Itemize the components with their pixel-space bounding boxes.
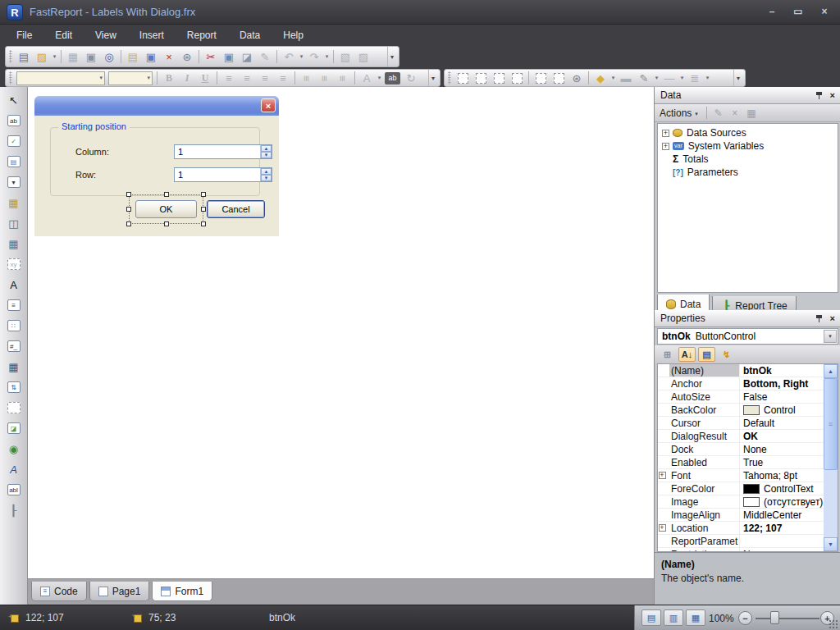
- radiobutton-tool[interactable]: ◉: [5, 442, 23, 455]
- expand-icon[interactable]: +: [659, 472, 666, 479]
- valign-middle-button[interactable]: ≡: [316, 70, 334, 86]
- toolbar-overflow-button[interactable]: ▾: [428, 70, 437, 86]
- fill-color-button[interactable]: ◆: [591, 70, 609, 86]
- property-row[interactable]: DockNone: [658, 443, 838, 456]
- button-tool[interactable]: ab: [5, 114, 23, 127]
- border-none-button[interactable]: [550, 70, 568, 86]
- copy-button[interactable]: ▣: [220, 48, 238, 65]
- numericupdown-tool[interactable]: ⇅: [5, 381, 23, 394]
- valign-top-button[interactable]: ≡: [298, 70, 316, 86]
- richtext-tool[interactable]: A: [5, 463, 23, 476]
- titlebar[interactable]: R FastReport - Labels With Dialog.frx – …: [0, 0, 840, 25]
- spin-up-icon[interactable]: ▲: [261, 168, 272, 175]
- zoom-out-button[interactable]: −: [738, 611, 752, 625]
- toolbar-grip[interactable]: [9, 50, 12, 63]
- rotate-text-button[interactable]: ↻: [402, 70, 420, 86]
- border-bottom-button[interactable]: [472, 70, 490, 86]
- maximize-button[interactable]: ▭: [789, 4, 807, 19]
- menu-help[interactable]: Help: [272, 26, 315, 44]
- tree-item-totals[interactable]: ΣTotals: [658, 153, 838, 166]
- expand-icon[interactable]: +: [662, 143, 669, 150]
- property-row[interactable]: +Location122; 107: [658, 522, 838, 535]
- delete-datasource-button[interactable]: ×: [727, 107, 743, 119]
- property-row[interactable]: Image(отсутствует): [658, 495, 838, 509]
- bold-button[interactable]: B: [160, 70, 178, 86]
- resize-grip[interactable]: [829, 620, 838, 629]
- open-report-button[interactable]: ▨: [33, 48, 51, 65]
- menu-view[interactable]: View: [84, 26, 128, 44]
- format-painter-button[interactable]: ✎: [256, 48, 274, 65]
- monthcalendar-tool[interactable]: ▦: [5, 360, 23, 373]
- textbox-tool[interactable]: abl: [5, 483, 23, 496]
- ok-button[interactable]: OK: [135, 200, 197, 218]
- dialog-close-button[interactable]: ×: [261, 98, 276, 112]
- new-dialog-page-button[interactable]: ▣: [142, 48, 160, 65]
- delete-page-button[interactable]: ×: [160, 48, 178, 65]
- cancel-button[interactable]: Cancel: [207, 200, 265, 218]
- properties-view-button[interactable]: ▤: [698, 347, 715, 362]
- selection-handle[interactable]: [126, 192, 131, 197]
- tab-page1[interactable]: Page1: [89, 582, 150, 601]
- property-row[interactable]: EnabledTrue: [658, 456, 838, 469]
- zoom-slider-thumb[interactable]: [770, 611, 779, 624]
- expand-icon[interactable]: +: [659, 524, 666, 532]
- column-spinner[interactable]: 1 ▲▼: [174, 144, 272, 159]
- spin-down-icon[interactable]: ▼: [261, 152, 272, 158]
- line-color-button-dropdown[interactable]: ▾: [653, 75, 660, 81]
- text-color-button-dropdown[interactable]: ▾: [376, 75, 383, 81]
- menu-edit[interactable]: Edit: [43, 26, 84, 44]
- view-mode-3-button[interactable]: ▦: [686, 609, 705, 626]
- align-left-button[interactable]: ≡: [220, 70, 238, 86]
- checked-listbox-tool[interactable]: ▤: [5, 155, 23, 168]
- categorized-button[interactable]: ⊞: [659, 347, 676, 362]
- group-button[interactable]: ▧: [336, 48, 354, 65]
- expand-icon[interactable]: +: [658, 472, 669, 479]
- splitter-tool[interactable]: ◫: [5, 217, 23, 230]
- selection-handle[interactable]: [126, 207, 131, 212]
- underline-button[interactable]: U: [196, 70, 214, 86]
- font-name-combo[interactable]: ▾: [16, 71, 105, 85]
- column-spin-buttons[interactable]: ▲▼: [260, 145, 272, 158]
- close-panel-icon[interactable]: ×: [830, 313, 835, 323]
- chevron-down-icon[interactable]: ▾: [99, 75, 103, 81]
- save-report-button[interactable]: ▦: [64, 48, 82, 65]
- design-canvas[interactable]: × Starting position Column: 1 ▲▼ Row: 1 …: [28, 87, 654, 578]
- copy-page-button[interactable]: ▣: [82, 48, 100, 65]
- scroll-down-icon[interactable]: ▼: [824, 537, 838, 551]
- line-style-button-dropdown[interactable]: ▾: [678, 75, 686, 81]
- toolbar-grip[interactable]: [9, 71, 12, 84]
- fill-style-button[interactable]: ▬: [617, 70, 635, 86]
- valign-bottom-button[interactable]: ≡: [334, 70, 352, 86]
- redo-button[interactable]: ↷: [305, 48, 323, 65]
- dialog-client-area[interactable]: Starting position Column: 1 ▲▼ Row: 1 ▲▼: [34, 116, 279, 236]
- combobox-tool[interactable]: ▾: [5, 176, 23, 189]
- select-pointer-tool[interactable]: ↖: [5, 94, 23, 107]
- line-width-button[interactable]: ≣: [686, 70, 704, 86]
- menu-data[interactable]: Data: [228, 26, 272, 44]
- line-style-button[interactable]: —: [660, 70, 678, 86]
- tree-item-data-sources[interactable]: +Data Sources: [658, 126, 838, 139]
- ungroup-button[interactable]: ▨: [354, 48, 372, 65]
- menu-insert[interactable]: Insert: [128, 26, 176, 44]
- border-all-button[interactable]: [532, 70, 550, 86]
- scrollbar-thumb[interactable]: ≡: [824, 378, 838, 470]
- spin-up-icon[interactable]: ▲: [261, 145, 272, 152]
- property-row[interactable]: +FontTahoma; 8pt: [658, 469, 838, 482]
- scrollbar[interactable]: ▲ ≡ ▼: [824, 364, 838, 551]
- tab-code[interactable]: ≡Code: [31, 582, 87, 601]
- object-selector-combo[interactable]: btnOk ButtonControl ▾: [657, 328, 838, 345]
- expand-icon[interactable]: +: [662, 130, 669, 137]
- chevron-down-icon[interactable]: ▾: [147, 75, 150, 81]
- preview-button[interactable]: ◎: [100, 48, 118, 65]
- events-view-button[interactable]: ↯: [718, 347, 735, 362]
- tab-form1[interactable]: Form1: [152, 582, 212, 601]
- paste-button[interactable]: ◪: [238, 48, 256, 65]
- selection-handle[interactable]: [201, 221, 206, 226]
- toolbar-grip[interactable]: [448, 71, 451, 84]
- selection-handle[interactable]: [164, 192, 169, 197]
- zoom-slider-track[interactable]: [756, 618, 819, 619]
- new-page-button[interactable]: ▤: [124, 48, 142, 65]
- tree-item-system-variables[interactable]: +varSystem Variables: [658, 139, 838, 153]
- property-row[interactable]: AnchorBottom, Right: [658, 377, 838, 390]
- spin-down-icon[interactable]: ▼: [261, 175, 272, 181]
